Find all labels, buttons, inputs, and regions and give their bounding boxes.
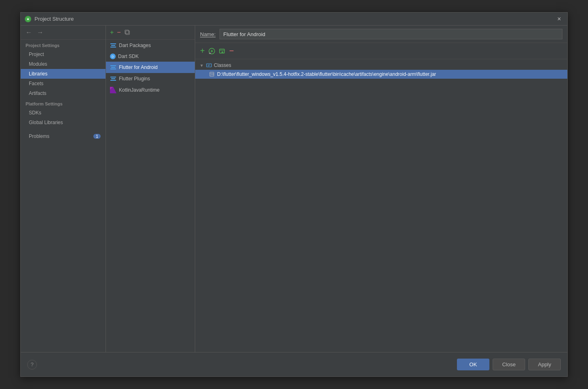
dart-sdk-icon: D	[110, 54, 116, 59]
help-button[interactable]: ?	[27, 360, 37, 370]
detail-toolbar: +	[195, 43, 567, 59]
classes-icon	[206, 62, 212, 69]
sidebar-item-project[interactable]: Project	[21, 49, 106, 59]
sidebar-item-artifacts[interactable]: Artifacts	[21, 88, 106, 98]
name-label: Name:	[200, 31, 215, 37]
svg-rect-13	[207, 64, 211, 67]
name-bar: Name:	[195, 26, 567, 43]
copy-library-button[interactable]	[123, 28, 131, 37]
sidebar-nav: ← →	[21, 26, 106, 40]
title-bar: ● Project Structure ×	[21, 13, 567, 26]
tree-toggle[interactable]: ▼	[199, 63, 204, 68]
sidebar-item-libraries[interactable]: Libraries	[21, 69, 106, 79]
sidebar-item-problems[interactable]: Problems 1	[21, 131, 106, 141]
libraries-toolbar: + −	[106, 26, 195, 40]
tree-class-path-node[interactable]: JAR D:\flutter\flutter_windows_v1.5.4-ho…	[195, 70, 567, 79]
classes-label: Classes	[214, 62, 231, 68]
libraries-panel: + − Dart Packages	[106, 26, 195, 352]
back-button[interactable]: ←	[24, 28, 34, 37]
library-dart-sdk[interactable]: D Dart SDK	[106, 51, 195, 62]
title-bar-left: ● Project Structure	[25, 16, 74, 22]
footer: ? OK Close Apply	[21, 352, 567, 376]
bars-icon	[110, 42, 116, 49]
jar-icon: JAR	[209, 71, 215, 77]
bars-icon-3	[110, 75, 116, 82]
sidebar-item-sdks[interactable]: SDKs	[21, 108, 106, 118]
remove-library-button[interactable]: −	[116, 28, 121, 37]
ok-button[interactable]: OK	[457, 359, 489, 370]
project-settings-header: Project Settings	[21, 40, 106, 49]
close-dialog-button[interactable]: Close	[493, 359, 525, 370]
tree-area: ▼ Classes	[195, 59, 567, 352]
library-flutter-plugins[interactable]: Flutter Plugins	[106, 73, 195, 84]
class-path-text: D:\flutter\flutter_windows_v1.5.4-hotfix…	[217, 71, 436, 77]
svg-text:JAR: JAR	[210, 73, 214, 76]
bars-icon-2	[110, 64, 116, 71]
footer-right: OK Close Apply	[457, 359, 561, 370]
project-structure-dialog: ● Project Structure × ← → Project Settin…	[20, 12, 568, 377]
main-content: ← → Project Settings Project Modules Lib…	[21, 26, 567, 352]
library-flutter-android[interactable]: Flutter for Android	[106, 62, 195, 73]
problems-badge: 1	[93, 134, 101, 139]
detail-panel: Name: +	[195, 26, 567, 352]
add-library-button[interactable]: +	[109, 28, 114, 37]
close-button[interactable]: ×	[555, 15, 563, 23]
footer-left: ?	[27, 360, 37, 370]
sidebar: ← → Project Settings Project Modules Lib…	[21, 26, 106, 352]
libraries-list: Dart Packages D Dart SDK Flutter for And…	[106, 40, 195, 352]
detail-add-button[interactable]: +	[199, 45, 206, 56]
kotlin-icon	[110, 87, 116, 93]
tree-classes-node[interactable]: ▼ Classes	[195, 61, 567, 70]
svg-rect-0	[126, 31, 129, 34]
forward-button[interactable]: →	[35, 28, 45, 37]
sidebar-item-facets[interactable]: Facets	[21, 79, 106, 88]
svg-rect-7	[209, 53, 211, 54]
detail-add-module-button[interactable]	[207, 47, 216, 56]
sidebar-item-global-libraries[interactable]: Global Libraries	[21, 118, 106, 127]
platform-settings-header: Platform Settings	[21, 98, 106, 108]
name-input[interactable]	[220, 29, 562, 39]
sidebar-item-modules[interactable]: Modules	[21, 59, 106, 69]
detail-remove-button[interactable]: −	[228, 45, 235, 56]
detail-add-jar-button[interactable]	[218, 47, 227, 56]
apply-button[interactable]: Apply	[528, 359, 561, 370]
dialog-title: Project Structure	[34, 16, 74, 22]
app-icon: ●	[25, 16, 31, 22]
library-kotlin-runtime[interactable]: KotlinJavaRuntime	[106, 84, 195, 96]
library-dart-packages[interactable]: Dart Packages	[106, 40, 195, 51]
svg-rect-1	[125, 30, 129, 34]
